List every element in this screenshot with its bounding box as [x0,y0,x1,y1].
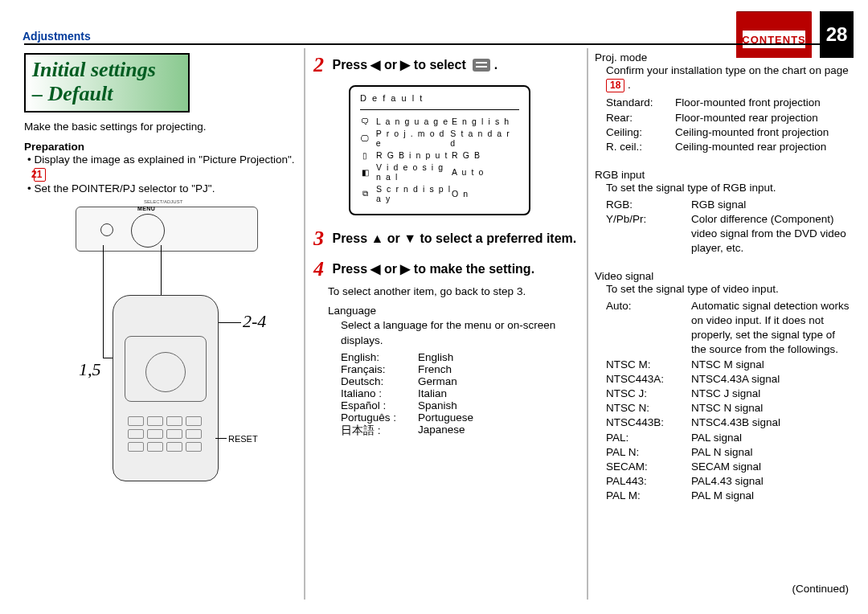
video-row: Auto:Automatic signal detection works on… [606,299,852,358]
page-title-line1: Initial settings [32,58,182,82]
video-table: Auto:Automatic signal detection works on… [606,299,852,504]
video-row: NTSC N:NTSC N signal [606,401,852,415]
language-row: Português :Portuguese [341,411,579,424]
language-row: 日本語 :Japanese [341,424,579,438]
page-ref-21[interactable]: 21 [34,168,46,182]
callout-2-4: 2-4 [243,311,266,332]
video-heading: Video signal [595,270,852,282]
preparation-heading: Preparation [24,141,297,153]
osd-row-icon: 🗨 [360,117,371,126]
remote-diagram: MENU SELECT/ADJUST 2-4 1,5 RESET [24,207,281,464]
osd-row: ▯R G B i n p u tR G B [360,150,519,160]
video-row: NTSC M:NTSC M signal [606,358,852,372]
osd-row-icon: ◧ [360,167,371,177]
osd-row: 🗨L a n g u a g eE n g l i s h [360,117,519,126]
osd-row: ⧉S c r n d i s p l a yO n [360,184,519,203]
video-row: PAL443:PAL4.43 signal [606,474,852,489]
language-row: English:English [341,351,579,363]
rgb-heading: RGB input [595,169,852,181]
language-heading: Language [328,304,579,318]
video-row: PAL N:PAL N signal [606,445,852,460]
section-heading: Adjustments [23,30,91,43]
remote-illustration [113,295,219,481]
video-row: PAL M:PAL M signal [606,489,852,503]
page-ref-18[interactable]: 18 [606,79,624,92]
osd-row-icon: ▯ [360,150,371,160]
header-rule [24,43,854,45]
rgb-table: RGB:RGB signalY/Pb/Pr:Color difference (… [606,198,852,256]
rgb-desc: To set the signal type of RGB input. [606,181,852,195]
page-title-box: Initial settings – Default [24,53,190,113]
continued-label: (Continued) [792,583,849,595]
osd-row: 🖵P r o j . m o d eS t a n d a r d [360,129,519,148]
rgb-row: Y/Pb/Pr:Color difference (Component) vid… [606,212,852,256]
proj-mode-row: Rear:Floor-mounted rear projection [606,111,852,125]
video-row: NTSC J:NTSC J signal [606,387,852,401]
rgb-row: RGB:RGB signal [606,198,852,212]
default-menu-icon [473,59,490,72]
step-4-heading: 4 Press ◀ or ▶ to make the setting. [313,257,579,281]
language-table: English:EnglishFrançais:FrenchDeutsch:Ge… [341,351,579,438]
proj-mode-row: Standard:Floor-mounted front projection [606,96,852,110]
reset-label: RESET [228,434,258,444]
default-osd: D e f a u l t 🗨L a n g u a g eE n g l i … [349,85,530,215]
menu-knob-icon [131,214,165,248]
callout-1-5: 1,5 [79,359,101,380]
step-number-4: 4 [313,257,324,281]
osd-row-icon: ⧉ [360,189,371,199]
proj-mode-row: R. ceil.:Ceiling-mounted rear projection [606,140,852,154]
video-row: NTSC443B:NTSC4.43B signal [606,415,852,430]
intro-text: Make the basic settings for projecting. [24,121,297,133]
video-row: PAL:PAL signal [606,431,852,445]
select-adjust-label: SELECT/ADJUST [144,199,182,204]
video-desc: To set the signal type of video input. [606,282,852,297]
prep-bullet-2: • Set the POINTER/PJ selector to "PJ". [27,182,297,196]
menu-label: MENU [137,206,155,211]
step-3-heading: 3 Press ▲ or ▼ to select a preferred ite… [313,227,579,251]
video-row: NTSC443A:NTSC4.43A signal [606,372,852,387]
language-row: Español :Spanish [341,399,579,411]
osd-row: ◧V i d e o s i g n a lA u t o [360,162,519,182]
video-row: SECAM:SECAM signal [606,460,852,474]
step4-note: To select another item, go back to step … [328,284,579,299]
default-osd-title: D e f a u l t [360,93,519,103]
proj-mode-heading: Proj. mode [595,51,852,63]
step-number-3: 3 [313,227,324,251]
column-divider-2 [587,48,588,600]
language-row: Italiano :Italian [341,387,579,399]
language-row: Deutsch:German [341,375,579,387]
page-title-line2: – Default [32,82,182,106]
proj-mode-row: Ceiling:Ceiling-mounted front projection [606,125,852,140]
proj-mode-desc: Confirm your installation type on the ch… [606,63,852,92]
prep-bullet-1: • Display the image as explained in "Pic… [27,153,297,182]
step-number-2: 2 [313,53,324,77]
language-desc: Select a language for the menu or on-scr… [341,318,579,347]
language-row: Français:French [341,363,579,375]
proj-mode-table: Standard:Floor-mounted front projectionR… [606,96,852,154]
osd-row-icon: 🖵 [360,133,371,143]
osd-row-list: 🗨L a n g u a g eE n g l i s h🖵P r o j . … [360,117,519,203]
column-divider-1 [304,48,305,600]
step-2-heading: 2 Press ◀ or ▶ to select . [313,53,579,77]
